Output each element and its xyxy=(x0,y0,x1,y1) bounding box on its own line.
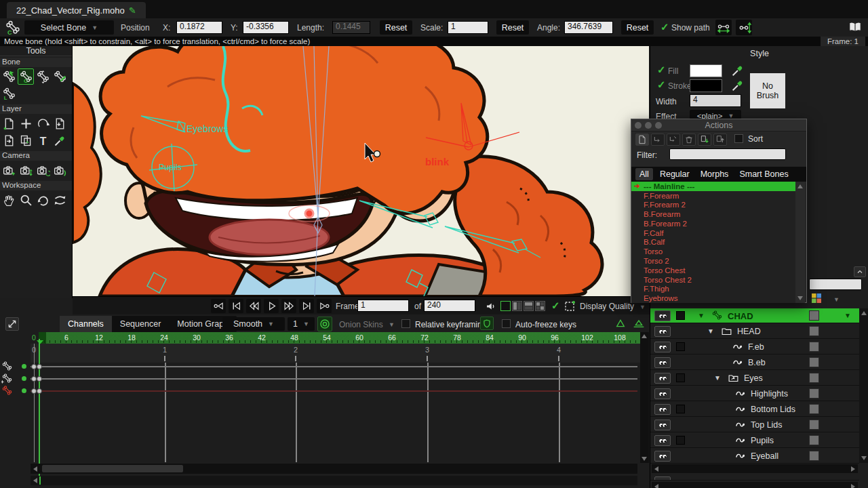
timeline-tab-channels[interactable]: Channels xyxy=(60,316,112,332)
layer-options-chevron-icon[interactable]: ▼ xyxy=(833,296,840,303)
action-item[interactable]: B.Forearm 2 xyxy=(631,219,795,228)
action-item[interactable]: F.Forearm xyxy=(631,191,795,201)
scroll-down-icon[interactable] xyxy=(861,456,867,460)
keyframe-dot[interactable] xyxy=(37,376,42,382)
action-item[interactable]: Torso 2 xyxy=(631,256,795,266)
layer-color-swatch[interactable] xyxy=(809,373,819,383)
auto-freeze-checkbox[interactable] xyxy=(502,319,511,328)
keyframe-dot[interactable] xyxy=(31,388,37,394)
reset-scale-button[interactable]: Reset xyxy=(496,20,529,35)
action-item[interactable]: Torso Chest 2 xyxy=(631,275,795,285)
layer-color-swatch[interactable] xyxy=(809,451,819,461)
new-layer-tool[interactable] xyxy=(1,115,17,131)
layer-row-eyes[interactable]: ▼Eyes xyxy=(650,371,859,386)
layer-color-swatch[interactable] xyxy=(809,357,819,367)
layer-row-f.eb[interactable]: F.eb xyxy=(650,340,859,354)
close-icon[interactable] xyxy=(635,122,642,129)
bind-layer-tool[interactable]: L xyxy=(1,85,17,102)
orbit-workspace-tool[interactable] xyxy=(52,192,68,208)
layer-color-swatch[interactable] xyxy=(809,435,819,445)
layer-row-highlights[interactable]: Highlights xyxy=(650,386,859,401)
length-input[interactable]: 0.1445 xyxy=(332,21,370,34)
quality-check-icon[interactable]: ✓ xyxy=(551,300,560,312)
layer-select-checkbox[interactable] xyxy=(676,436,685,445)
timeline-tab-sequencer[interactable]: Sequencer xyxy=(112,316,169,332)
total-frames-input[interactable]: 240 xyxy=(424,300,475,312)
layer-visibility-toggle[interactable] xyxy=(654,310,671,321)
view-single-button[interactable] xyxy=(500,301,511,311)
timeline-summary-bar[interactable] xyxy=(31,476,637,485)
actions-tab-regular[interactable]: Regular xyxy=(656,168,694,180)
layer-select-checkbox[interactable] xyxy=(676,342,685,351)
scroll-left-icon[interactable] xyxy=(33,478,37,483)
layer-visibility-toggle[interactable] xyxy=(654,420,671,430)
keyframe-dot[interactable] xyxy=(31,376,37,382)
width-input[interactable]: 4 xyxy=(690,94,741,107)
action-item[interactable]: F.Forearm 2 xyxy=(631,201,795,210)
keyframe-dot[interactable] xyxy=(37,388,42,394)
relative-keyframing-checkbox[interactable] xyxy=(401,319,410,328)
y-input[interactable]: -0.3356 xyxy=(243,21,289,34)
audio-mute-icon[interactable] xyxy=(484,299,498,313)
step-dropdown[interactable]: 1 ▼ xyxy=(288,317,315,331)
shield-icon[interactable] xyxy=(480,317,494,330)
zoom-window-icon[interactable] xyxy=(655,122,662,129)
timeline-ruler[interactable]: 06121824303642485460667278849096102108 xyxy=(31,332,641,344)
channel-visible-dot[interactable] xyxy=(22,388,26,393)
transform-bone-tool[interactable]: C xyxy=(18,68,34,85)
playhead-line[interactable] xyxy=(39,339,40,485)
add-camera-tool[interactable] xyxy=(1,162,17,178)
stroke-check-icon[interactable]: ✓ xyxy=(657,79,666,91)
library-book-icon[interactable] xyxy=(846,20,864,35)
actions-window-titlebar[interactable]: Actions xyxy=(631,119,806,131)
fill-color-swatch[interactable] xyxy=(690,64,722,77)
go-end-button[interactable] xyxy=(299,299,314,313)
layer-row-chad[interactable]: ▼CHAD▼ xyxy=(650,308,859,323)
scroll-right-icon[interactable] xyxy=(851,466,855,472)
layer-visibility-toggle[interactable] xyxy=(654,373,671,384)
stretch-bone-v-toggle[interactable] xyxy=(736,20,752,35)
step-into-action-button[interactable] xyxy=(651,134,665,146)
layer-color-swatch[interactable] xyxy=(809,388,819,399)
go-start-button[interactable] xyxy=(229,299,243,313)
layer-visibility-toggle[interactable] xyxy=(654,435,671,446)
scale-input[interactable]: 1 xyxy=(448,21,488,34)
tool-select-dropdown[interactable]: Select Bone ▼ xyxy=(24,20,114,35)
stretch-bone-h-toggle[interactable] xyxy=(715,20,732,35)
actions-scrollbar[interactable] xyxy=(795,182,805,303)
reset-angle-button[interactable]: Reset xyxy=(621,20,654,35)
layer-color-swatch[interactable] xyxy=(809,310,819,321)
layers-hscrollbar-2[interactable] xyxy=(652,482,858,488)
layer-row-head[interactable]: ▼HEAD xyxy=(650,324,859,339)
collapse-panel-icon[interactable] xyxy=(854,266,866,277)
view-split-h-button[interactable] xyxy=(524,301,534,311)
import-layer-tool[interactable] xyxy=(52,115,68,131)
marquee-select-icon[interactable] xyxy=(562,299,577,313)
stroke-color-swatch[interactable] xyxy=(690,79,722,92)
selected-bone-channel-icon[interactable] xyxy=(1,385,19,396)
layer-row-b.eb[interactable]: B.eb xyxy=(650,355,859,370)
layer-color-swatch[interactable] xyxy=(809,420,819,430)
view-split-v-button[interactable] xyxy=(512,301,522,311)
selected-bone-handle[interactable] xyxy=(305,209,313,218)
delete-action-button[interactable] xyxy=(682,134,696,146)
layer-visibility-toggle[interactable] xyxy=(654,404,671,415)
layers-hscrollbar[interactable] xyxy=(652,464,858,473)
view-quad-button[interactable] xyxy=(535,301,545,311)
actions-tab-all[interactable]: All xyxy=(635,168,653,180)
reset-position-button[interactable]: Reset xyxy=(380,20,412,35)
action-item[interactable]: B.Forearm xyxy=(631,209,795,219)
insert-ref-action-button[interactable] xyxy=(713,134,727,146)
duplicate-layer-tool[interactable] xyxy=(18,132,34,148)
loop-start-button[interactable] xyxy=(211,299,226,313)
add-point-tool[interactable] xyxy=(18,115,34,131)
action-item[interactable]: ➔--- Mainline --- xyxy=(631,182,795,191)
follow-path-tool[interactable] xyxy=(35,115,51,131)
track-camera-tool[interactable] xyxy=(18,162,34,178)
actions-tab-smart-bones[interactable]: Smart Bones xyxy=(735,168,792,180)
interpolation-dropdown[interactable]: Smooth ▼ xyxy=(222,317,285,331)
edit-action-button[interactable] xyxy=(667,134,680,146)
export-layer-tool[interactable] xyxy=(1,132,17,148)
layer-visibility-toggle[interactable] xyxy=(654,388,671,399)
layer-color-palette-icon[interactable] xyxy=(812,293,821,303)
